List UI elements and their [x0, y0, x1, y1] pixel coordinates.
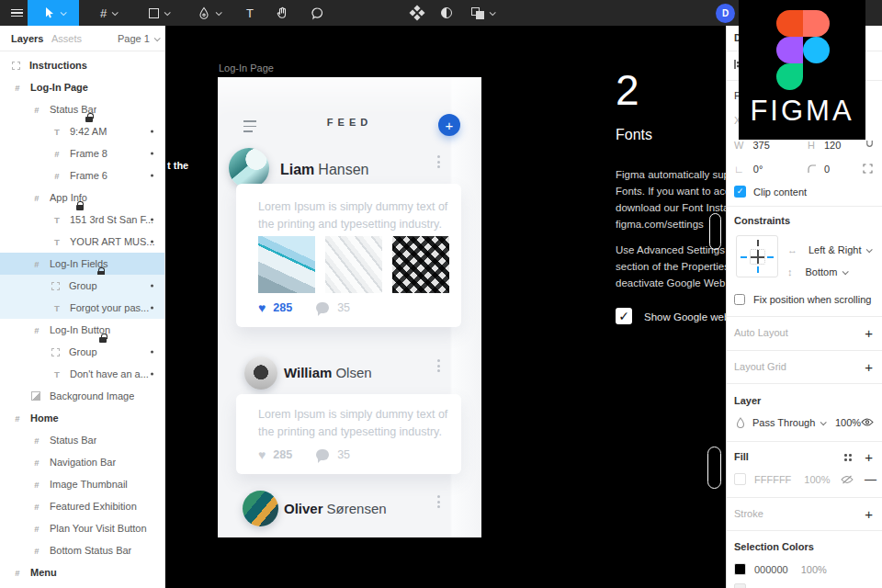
chevron-down-icon[interactable]	[489, 9, 495, 16]
clip-content-row[interactable]: ✓Clip content	[734, 186, 807, 198]
layer-row[interactable]: #Frame 8	[0, 142, 164, 164]
layer-row[interactable]: TForgot your pas...	[0, 297, 164, 319]
corner-radius-field[interactable]: 0	[808, 164, 830, 175]
selection-color-swatch[interactable]	[734, 583, 746, 588]
add-auto-layout-button[interactable]: +	[865, 325, 873, 341]
hand-icon	[275, 6, 289, 20]
kebab-menu-icon[interactable]	[437, 359, 440, 375]
pen-tool-button[interactable]	[187, 0, 230, 26]
layer-row[interactable]: #Menu	[0, 561, 164, 583]
layer-row[interactable]: Group	[0, 275, 164, 297]
constraints-widget[interactable]	[736, 235, 778, 277]
layer-row[interactable]: #Status Bar	[0, 429, 164, 451]
fix-position-row[interactable]: Fix position when scrolling	[734, 294, 871, 305]
post-card[interactable]: Lorem Ipsum is simply dummy text of the …	[236, 394, 461, 474]
group-icon	[51, 282, 60, 290]
chevron-down-icon	[820, 419, 827, 425]
layer-label: Instructions	[29, 60, 87, 71]
shape-tool-button[interactable]	[138, 0, 180, 26]
tab-assets[interactable]: Assets	[51, 33, 82, 44]
layer-opacity-field[interactable]: 100%	[835, 417, 861, 428]
layer-row[interactable]: Background Image	[0, 385, 164, 407]
fill-style-icon[interactable]	[844, 454, 852, 461]
add-fill-button[interactable]: +	[865, 449, 873, 465]
layer-row[interactable]: #Log-In Button	[0, 319, 164, 341]
fill-row[interactable]: FFFFFF 100%	[734, 473, 830, 485]
constrain-proportions-icon[interactable]	[865, 140, 875, 150]
add-layout-grid-button[interactable]: +	[865, 359, 873, 375]
like-icon[interactable]: ♥	[258, 300, 266, 315]
layer-row[interactable]: #Frame 6	[0, 164, 164, 187]
chevron-down-icon[interactable]	[164, 9, 171, 16]
layer-row[interactable]: T9:42 AM	[0, 120, 164, 142]
layer-row[interactable]: #Status Bar	[0, 98, 164, 120]
frame-title-label[interactable]: Log-In Page	[219, 62, 274, 74]
hidden-eye-icon[interactable]	[841, 475, 854, 484]
layer-row[interactable]: #Bottom Status Bar	[0, 539, 164, 561]
layer-row[interactable]: TDon't have an a...	[0, 363, 164, 385]
checkbox-unchecked-icon[interactable]	[734, 294, 745, 305]
layer-row[interactable]: #App Info	[0, 187, 164, 209]
login-page-frame[interactable]: FEED + LiamHansen Lorem Ipsum is simply …	[218, 77, 481, 537]
height-field[interactable]: H120	[808, 140, 841, 151]
avatar[interactable]	[244, 356, 277, 390]
selection-color-row-partial[interactable]	[734, 583, 746, 588]
comment-bubble-icon[interactable]	[316, 302, 329, 313]
width-field[interactable]: W375	[734, 140, 770, 151]
layer-row[interactable]: #Log-In Page	[0, 76, 164, 98]
post-photo-1[interactable]	[258, 236, 315, 293]
layer-row[interactable]: #Home	[0, 407, 164, 429]
kebab-menu-icon[interactable]	[437, 155, 440, 171]
chevron-down-icon[interactable]	[112, 9, 119, 16]
post-card[interactable]: Lorem Ipsum is simply dummy text of the …	[236, 184, 461, 327]
fill-color-swatch[interactable]	[734, 473, 746, 485]
remove-fill-button[interactable]: —	[865, 472, 876, 486]
user-avatar[interactable]: D	[716, 4, 735, 23]
layer-row[interactable]: TYOUR ART MUS...	[0, 231, 164, 253]
blend-mode-dropdown[interactable]: Pass Through	[736, 417, 825, 428]
group-icon	[12, 62, 20, 70]
layer-row[interactable]: #Image Thumbnail	[0, 473, 164, 495]
layer-row[interactable]: #Navigation Bar	[0, 451, 164, 473]
layer-row[interactable]: Instructions	[0, 54, 164, 76]
boolean-tool-button[interactable]	[463, 0, 502, 26]
like-icon[interactable]: ♥	[258, 447, 266, 462]
horizontal-constraint-dropdown[interactable]: ↔Left & Right	[787, 244, 871, 255]
layer-row[interactable]: Group	[0, 341, 164, 363]
visibility-eye-icon[interactable]	[861, 418, 874, 426]
chevron-down-icon[interactable]	[60, 9, 66, 16]
frame-tool-button[interactable]: #	[88, 0, 129, 26]
mask-tool-button[interactable]	[434, 0, 459, 26]
show-google-fonts-checkbox[interactable]: ✓	[616, 308, 632, 324]
design-canvas[interactable]: Log-In Page t the FEED + LiamHansen Lore…	[165, 26, 726, 588]
tab-layers[interactable]: Layers	[11, 33, 43, 44]
hand-tool-button[interactable]	[268, 0, 296, 26]
kebab-menu-icon[interactable]	[437, 495, 440, 511]
avatar[interactable]	[243, 491, 278, 526]
add-stroke-button[interactable]: +	[865, 506, 873, 522]
comment-bubble-icon[interactable]	[316, 449, 329, 460]
layer-row[interactable]: #Featured Exhibition	[0, 495, 164, 517]
layer-row[interactable]: #Plan Your Visit Button	[0, 517, 164, 539]
avatar[interactable]	[229, 148, 269, 188]
feed-add-button[interactable]: +	[438, 114, 460, 136]
checkbox-checked-icon[interactable]: ✓	[734, 186, 746, 198]
move-tool-button[interactable]	[28, 0, 79, 26]
layer-row[interactable]: T151 3rd St San F...	[0, 209, 164, 231]
page-selector[interactable]: Page 1	[118, 33, 159, 44]
comment-tool-button[interactable]	[303, 0, 331, 26]
expand-icon[interactable]	[863, 164, 873, 174]
frame-icon: #	[12, 413, 23, 424]
layer-row-selected[interactable]: #Log-In Fields	[0, 253, 164, 275]
selection-color-swatch[interactable]	[734, 563, 746, 575]
post-photo-2[interactable]	[325, 236, 382, 293]
vertical-constraint-dropdown[interactable]: ↕Bottom	[787, 266, 847, 277]
component-tool-button[interactable]	[404, 0, 430, 26]
chevron-down-icon[interactable]	[215, 9, 221, 16]
like-count: 285	[273, 301, 292, 314]
text-tool-button[interactable]: T	[237, 0, 263, 26]
main-menu-button[interactable]	[6, 0, 28, 26]
post-photo-3[interactable]	[392, 236, 449, 293]
rotation-field[interactable]: ∟0°	[734, 164, 763, 175]
selection-color-row[interactable]: 000000 100%	[734, 563, 827, 575]
